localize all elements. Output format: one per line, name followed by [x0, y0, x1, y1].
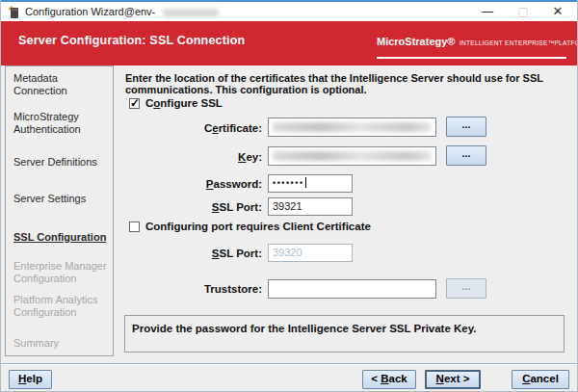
text-caret: [305, 177, 306, 188]
back-button[interactable]: < Back: [362, 370, 416, 389]
key-label: Key:: [125, 151, 262, 163]
key-redaction: [273, 151, 432, 161]
next-button[interactable]: Next >: [425, 370, 481, 389]
hint-panel: Provide the password for the Intelligenc…: [124, 315, 565, 353]
sidebar-item-server-definitions[interactable]: Server Definitions: [13, 156, 110, 169]
brand-logo: MicroStrategy® INTELLIGENT ENTERPRISE™PL…: [377, 32, 566, 59]
wizard-header: Server Configuration: SSL Connection Mic…: [1, 21, 578, 65]
configuration-wizard-window: Configuration Wizard@env- — ▢ ✕ Server C…: [0, 0, 578, 392]
window-title-redaction: [163, 9, 219, 17]
sidebar-item-metadata-connection[interactable]: Metadata Connection: [13, 72, 110, 97]
ssl-port2-input-disabled: 39320: [268, 244, 353, 262]
footer-separator: [1, 363, 578, 365]
cancel-button[interactable]: Cancel: [512, 370, 569, 389]
brand-name: MicroStrategy®: [377, 36, 455, 47]
key-browse-button[interactable]: ...: [446, 145, 486, 166]
key-input[interactable]: [268, 146, 436, 166]
window-title: Configuration Wizard@env-: [25, 6, 155, 17]
client-cert-checkbox-row: Configuring port requires Client Certifi…: [129, 221, 371, 232]
configure-ssl-checkbox-row: Configure SSL: [129, 97, 223, 109]
configure-ssl-label: Configure SSL: [145, 97, 223, 109]
minimize-button[interactable]: —: [473, 2, 502, 21]
client-cert-checkbox[interactable]: [129, 222, 140, 232]
wizard-step-list: Metadata Connection MicroStrategy Authen…: [5, 65, 114, 356]
sidebar-item-ssl-configuration[interactable]: SSL Configuration: [13, 231, 110, 244]
sidebar-item-enterprise-manager-configuration: Enterprise Manager Configuration: [13, 260, 110, 285]
password-label: Password:: [125, 178, 262, 190]
certificate-label: Certificate:: [125, 122, 262, 134]
help-button[interactable]: Help: [9, 370, 52, 389]
sidebar-item-microstrategy-authentication[interactable]: MicroStrategy Authentication: [13, 111, 110, 136]
titlebar: Configuration Wizard@env- — ▢ ✕: [1, 2, 578, 21]
sidebar-item-summary: Summary: [13, 337, 110, 350]
page-title: Server Configuration: SSL Connection: [18, 34, 245, 47]
sidebar-item-platform-analytics-configuration: Platform Analytics Configuration: [13, 294, 110, 319]
client-cert-label: Configuring port requires Client Certifi…: [145, 221, 371, 232]
certificate-redaction: [273, 122, 432, 132]
close-button[interactable]: ✕: [543, 2, 572, 21]
ssl-port-input[interactable]: 39321: [268, 197, 353, 216]
ssl-port2-label: SSL Port:: [125, 248, 262, 259]
instruction-text: Enter the location of the certificates t…: [125, 72, 572, 95]
truststore-label: Truststore:: [125, 283, 262, 295]
configure-ssl-checkbox[interactable]: [129, 98, 140, 109]
truststore-input[interactable]: [268, 279, 436, 299]
truststore-browse-button-disabled: ...: [446, 278, 486, 299]
ssl-port-label: SSL Port:: [125, 201, 262, 213]
certificate-input[interactable]: [268, 118, 436, 137]
password-input[interactable]: •••••••: [268, 174, 353, 193]
certificate-browse-button[interactable]: ...: [446, 117, 486, 137]
maximize-button: ▢: [509, 2, 538, 21]
password-masked-value: •••••••: [273, 178, 304, 188]
sidebar-item-server-settings[interactable]: Server Settings: [13, 193, 110, 205]
app-icon: [9, 6, 19, 18]
brand-suffix: INTELLIGENT ENTERPRISE™PLATFORM: [460, 39, 578, 46]
